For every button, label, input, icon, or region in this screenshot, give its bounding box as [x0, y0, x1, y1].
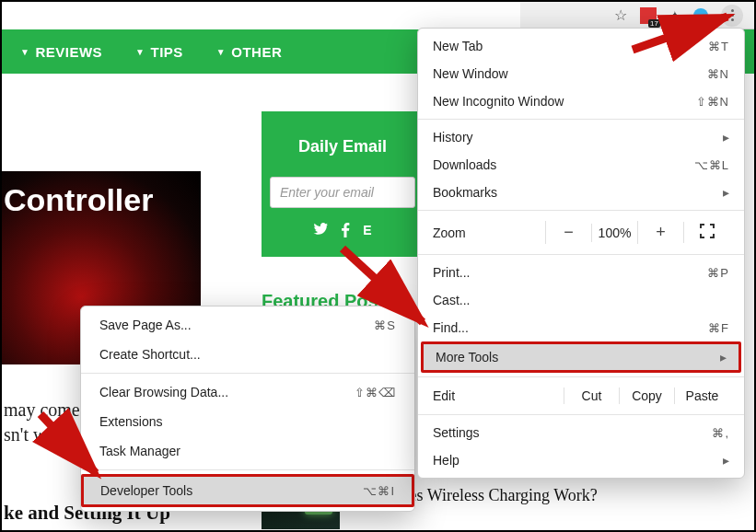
- nav-item-reviews[interactable]: ▼ REVIEWS: [20, 44, 102, 60]
- menu-label: Save Page As...: [99, 318, 192, 332]
- caret-down-icon: ▼: [216, 47, 226, 57]
- menu-item-bookmarks[interactable]: Bookmarks ▸: [418, 179, 744, 206]
- menu-separator: [81, 469, 414, 470]
- more-icon[interactable]: E: [363, 223, 371, 241]
- menu-shortcut: ⌘N: [707, 67, 729, 81]
- edit-paste-button[interactable]: Paste: [674, 387, 729, 404]
- menu-label: Bookmarks: [433, 185, 497, 200]
- menu-item-downloads[interactable]: Downloads ⌥⌘L: [418, 151, 744, 179]
- email-box-title: Daily Email: [262, 137, 424, 156]
- menu-label: Zoom: [433, 226, 545, 240]
- zoom-value: 100%: [591, 224, 637, 242]
- nav-item-other[interactable]: ▼ OTHER: [216, 44, 282, 60]
- highlight-developer-tools: Developer Tools ⌥⌘I: [81, 474, 414, 507]
- twitter-icon[interactable]: [313, 223, 328, 241]
- zoom-out-button[interactable]: −: [545, 221, 591, 244]
- menu-shortcut: ⌥⌘L: [694, 158, 729, 172]
- menu-label: Downloads: [433, 157, 496, 172]
- menu-item-new-window[interactable]: New Window ⌘N: [418, 60, 744, 87]
- email-signup-box: Daily Email Enter your email E: [262, 111, 424, 257]
- annotation-arrow-to-developer-tools: [24, 407, 125, 503]
- edit-copy-button[interactable]: Copy: [619, 387, 674, 404]
- menu-item-more-tools[interactable]: More Tools ▸: [424, 344, 739, 370]
- submenu-item-clear-browsing[interactable]: Clear Browsing Data... ⇧⌘⌫: [81, 377, 414, 407]
- submenu-item-developer-tools[interactable]: Developer Tools ⌥⌘I: [84, 477, 412, 504]
- caret-down-icon: ▼: [135, 47, 145, 57]
- menu-separator: [418, 210, 744, 211]
- zoom-in-button[interactable]: +: [637, 221, 683, 244]
- menu-shortcut: ⇧⌘⌫: [355, 386, 396, 399]
- menu-item-edit: Edit Cut Copy Paste: [418, 381, 744, 411]
- menu-label: New Window: [433, 66, 508, 81]
- menu-label: Edit: [433, 388, 564, 403]
- menu-shortcut: ⌘,: [712, 426, 729, 440]
- email-input[interactable]: Enter your email: [270, 177, 415, 208]
- svg-line-0: [633, 17, 727, 50]
- menu-item-new-incognito[interactable]: New Incognito Window ⇧⌘N: [418, 87, 744, 115]
- menu-label: Create Shortcut...: [99, 347, 201, 362]
- menu-separator: [418, 254, 744, 255]
- menu-item-print[interactable]: Print... ⌘P: [418, 259, 744, 286]
- menu-label: New Tab: [433, 39, 483, 53]
- menu-shortcut: ⌘P: [707, 266, 729, 280]
- menu-item-zoom: Zoom − 100% +: [418, 214, 744, 250]
- menu-label: Settings: [433, 425, 480, 440]
- nav-label: TIPS: [151, 44, 183, 60]
- menu-separator: [418, 414, 744, 415]
- chevron-right-icon: ▸: [723, 185, 729, 200]
- menu-label: New Incognito Window: [433, 94, 564, 109]
- email-placeholder: Enter your email: [280, 185, 374, 200]
- svg-line-1: [343, 249, 423, 322]
- menu-item-history[interactable]: History ▸: [418, 123, 744, 151]
- facebook-icon[interactable]: [341, 223, 350, 241]
- menu-label: More Tools: [436, 350, 498, 364]
- menu-separator: [418, 376, 744, 377]
- chrome-main-menu: New Tab ⌘T New Window ⌘N New Incognito W…: [417, 28, 745, 479]
- menu-shortcut: ⇧⌘N: [696, 95, 729, 109]
- menu-shortcut: ⌘F: [708, 321, 729, 335]
- menu-label: Clear Browsing Data...: [99, 385, 228, 399]
- menu-item-cast[interactable]: Cast...: [418, 286, 744, 314]
- menu-separator: [81, 373, 414, 374]
- menu-item-help[interactable]: Help ▸: [418, 446, 744, 474]
- menu-label: Help: [433, 453, 459, 468]
- fullscreen-icon: [700, 224, 715, 238]
- hero-overlay-text: Controller: [4, 182, 153, 218]
- annotation-arrow-to-more-tools: [335, 241, 446, 346]
- menu-shortcut: ⌥⌘I: [363, 484, 395, 498]
- fullscreen-button[interactable]: [683, 222, 729, 243]
- social-icons: E: [262, 223, 424, 241]
- chevron-right-icon: ▸: [720, 350, 727, 364]
- star-icon[interactable]: ☆: [614, 6, 627, 24]
- chevron-right-icon: ▸: [723, 130, 729, 145]
- chevron-right-icon: ▸: [723, 453, 729, 468]
- nav-label: REVIEWS: [35, 44, 102, 60]
- edit-cut-button[interactable]: Cut: [564, 387, 619, 404]
- svg-line-2: [41, 414, 96, 473]
- highlight-more-tools: More Tools ▸: [421, 341, 741, 373]
- nav-item-tips[interactable]: ▼ TIPS: [135, 44, 183, 60]
- submenu-item-task-manager[interactable]: Task Manager: [81, 436, 414, 466]
- nav-label: OTHER: [231, 44, 282, 60]
- menu-label: History: [433, 130, 473, 145]
- menu-item-find[interactable]: Find... ⌘F: [418, 314, 744, 341]
- submenu-item-extensions[interactable]: Extensions: [81, 407, 414, 436]
- menu-item-settings[interactable]: Settings ⌘,: [418, 419, 744, 446]
- menu-separator: [418, 119, 744, 120]
- caret-down-icon: ▼: [20, 47, 29, 57]
- annotation-arrow-to-menu-button: [628, 11, 748, 61]
